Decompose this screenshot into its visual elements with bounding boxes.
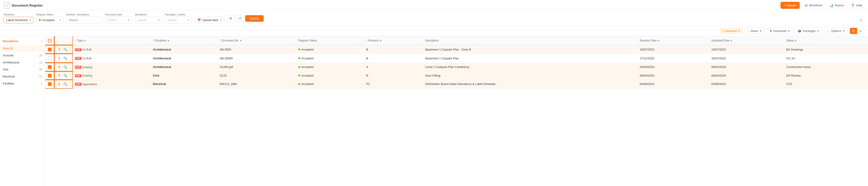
sidebar-header: Disciplines 《 (0, 39, 45, 45)
row-checkbox[interactable] (48, 48, 52, 51)
sidebar-item-acoustic[interactable]: Acoustic 20 (0, 52, 45, 59)
row-revision-cell: B (364, 71, 423, 80)
sidebar-item-civil[interactable]: Civil 50 (0, 66, 45, 73)
revision-header[interactable]: ↑ Revision ▼ (364, 36, 423, 45)
search-button[interactable]: Search (245, 15, 264, 22)
share-button[interactable]: ↑ Share ▼ (745, 28, 765, 34)
select-all-header[interactable] (45, 36, 54, 45)
doc-type-select[interactable]: Search ▼ (105, 17, 132, 23)
calendar-icon: 📅 (197, 18, 201, 22)
chevron-down-icon: ▼ (128, 19, 130, 21)
type-header[interactable]: ↑ Type ▼ (72, 36, 150, 45)
status-text: Accepted (301, 57, 313, 60)
packages-select[interactable]: Search ▼ (165, 17, 192, 23)
filter-reset-button[interactable]: ↺ (236, 15, 244, 22)
download-row-icon[interactable]: ⬇ (57, 65, 62, 69)
sidebar-item-label: Acoustic (3, 54, 14, 57)
download-row-icon[interactable]: ⬇ (57, 82, 62, 86)
report-icon: 📊 (830, 4, 833, 7)
status-dot-icon (39, 19, 41, 21)
row-checkbox[interactable] (48, 65, 52, 69)
pdf-icon: PDF (75, 83, 82, 86)
row-docno-cell: EW112_DBA (217, 80, 296, 88)
row-checkbox-cell[interactable] (45, 80, 54, 88)
status-header[interactable]: Register Status (296, 36, 364, 45)
row-checkbox[interactable] (48, 82, 52, 86)
download-chevron-icon: ▼ (788, 30, 790, 32)
download-row-icon[interactable]: ⬇ (57, 56, 62, 60)
search-row-icon[interactable]: 🔍 (62, 65, 68, 69)
collapse-filter-button[interactable]: ∧ (858, 17, 864, 23)
row-checkbox-cell[interactable] (45, 54, 54, 63)
workflows-button[interactable]: ⇄ Workflows (802, 2, 825, 9)
doc-type-placeholder: Search (107, 18, 117, 22)
row-status-cell: Accepted (296, 71, 364, 80)
row-actions-cell: ⬇ 🔍 (54, 63, 72, 71)
sidebar-item-label: Facilities (3, 82, 14, 85)
selected-count: 4 Selected (723, 29, 737, 33)
packages-button[interactable]: 📦 Packages ▼ (795, 28, 822, 34)
uploaded-date-header[interactable]: Uploaded Date ▼ (709, 36, 784, 45)
pdf-icon: PDF (75, 66, 82, 69)
sidebar-item-electrical[interactable]: Electrical 61 (0, 73, 45, 80)
grid-view-button[interactable]: ⊞ (857, 28, 864, 34)
sidebar-collapse-button[interactable]: 《 (39, 39, 42, 43)
documents-table: ↑ Type ▼ ↑ Discipline ▼ (45, 36, 868, 88)
revisions-select[interactable]: Latest Revisions ▼ (4, 17, 34, 23)
register-status-select[interactable]: Accepted ▼ (36, 17, 64, 23)
sidebar-item-facilities[interactable]: Facilities 1 (0, 80, 45, 87)
download-row-icon[interactable]: ⬇ (57, 47, 62, 52)
row-checkbox-cell[interactable] (45, 45, 54, 54)
doc-status-header[interactable]: Status ▼ (784, 36, 868, 45)
row-description-cell: Door Fitting (423, 71, 637, 80)
status-text: Accepted (301, 48, 313, 51)
row-status-cell: Accepted (296, 54, 364, 63)
download-button[interactable]: ⬇ Download ▼ (767, 28, 793, 34)
row-checkbox-cell[interactable] (45, 71, 54, 80)
status-text: Accepted (301, 82, 313, 86)
discipline-header[interactable]: ↑ Discipline ▼ (150, 36, 217, 45)
revisions-label: Revisions (4, 13, 34, 16)
help-button[interactable]: ❓ Help (848, 2, 864, 9)
docno-header[interactable]: ↑ Document No. ▼ (217, 36, 296, 45)
disciplines-filter: Disciplines Search ▼ (135, 13, 162, 23)
row-checkbox[interactable] (48, 56, 52, 60)
sidebar-item-architectural[interactable]: Architectural 13 (0, 59, 45, 66)
row-checkbox-cell[interactable] (45, 63, 54, 71)
chevron-down-icon: ▼ (219, 19, 222, 21)
number-desc-input[interactable] (66, 17, 102, 23)
download-label: Download (773, 29, 786, 33)
status-text: Accepted (301, 65, 313, 69)
sidebar-item-count: 13 (39, 61, 42, 64)
disciplines-select[interactable]: Search ▼ (135, 17, 162, 23)
row-discipline-cell: Electrical (150, 80, 217, 88)
upload-date-select[interactable]: 📅 Upload date ▼ (195, 17, 224, 23)
row-type-cell: PDF As Built (72, 54, 150, 63)
upload-button[interactable]: + Upload (780, 2, 800, 9)
description-header[interactable]: Description (423, 36, 637, 45)
sidebar-item-count: 50 (39, 68, 42, 71)
search-row-icon[interactable]: 🔍 (62, 73, 68, 78)
row-uploaded-date-cell: 08/04/2024 (709, 71, 784, 80)
report-button[interactable]: 📊 Report (827, 2, 846, 9)
search-row-icon[interactable]: 🔍 (62, 47, 68, 52)
search-row-icon[interactable]: 🔍 (62, 56, 68, 60)
logo-icon: 📄 (4, 2, 10, 9)
sidebar-item-viewall[interactable]: View All (0, 45, 45, 52)
report-label: Report (835, 4, 844, 7)
revision-date-header[interactable]: Revision Date ▼ (637, 36, 709, 45)
revision-date-label: Revision Date (640, 39, 657, 42)
toolbar: 4 Selected ✕ ↑ Share ▼ ⬇ Download ▼ 📦 Pa… (0, 26, 868, 36)
deselect-button[interactable]: ✕ (738, 29, 740, 33)
options-button[interactable]: ⋮ Options ▼ (824, 28, 848, 34)
download-row-icon[interactable]: ⬇ (57, 73, 62, 78)
search-row-icon[interactable]: 🔍 (62, 82, 68, 86)
filter-settings-button[interactable]: ⚙ (227, 15, 235, 22)
pdf-icon: PDF (75, 48, 82, 51)
row-checkbox[interactable] (48, 74, 52, 78)
select-all-checkbox[interactable] (48, 39, 52, 43)
row-doc-status-cell: Construction Issue (784, 63, 868, 71)
row-docno-cell: AB-2000 (217, 45, 296, 54)
list-view-button[interactable]: ☰ (850, 28, 857, 34)
table-row: ⬇ 🔍 PDF AppendiciesElectricalEW112_DBA A… (45, 80, 868, 88)
